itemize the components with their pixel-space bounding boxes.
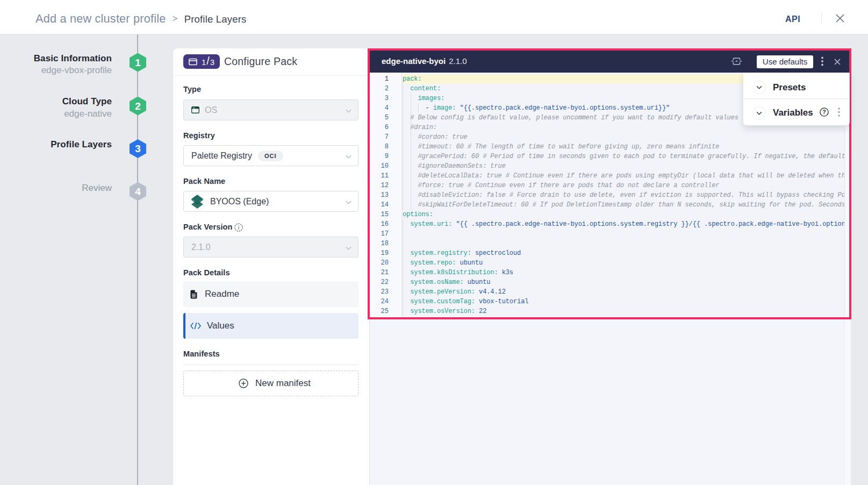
svg-text:?: ? [822, 109, 826, 115]
svg-text:i: i [238, 225, 239, 231]
